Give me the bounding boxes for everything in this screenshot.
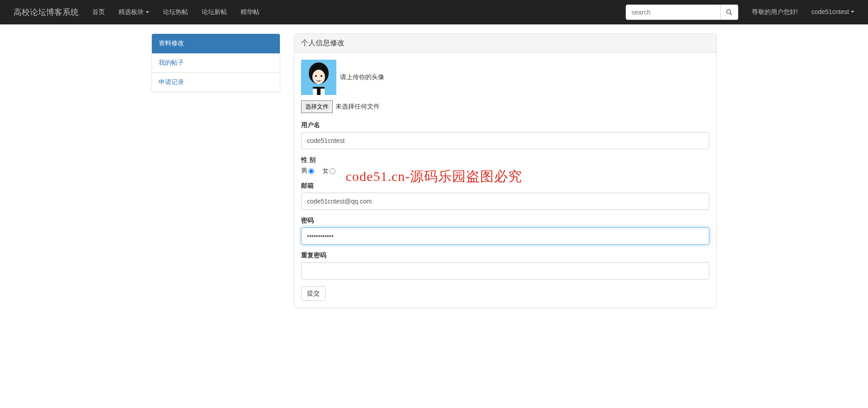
file-status-text: 未选择任何文件 [335,103,380,111]
gender-female-radio[interactable] [330,168,335,174]
nav-new[interactable]: 论坛新帖 [195,1,234,23]
svg-point-5 [315,75,317,77]
gender-label: 性 别 [301,156,709,164]
nav-hot[interactable]: 论坛热帖 [156,1,195,23]
choose-file-button[interactable]: 选择文件 [301,100,333,113]
chevron-down-icon [851,11,854,13]
svg-point-0 [726,9,731,14]
svg-rect-9 [317,89,321,95]
nav-menu: 首页 精选板块 论坛热帖 论坛新帖 精华帖 [85,1,266,23]
svg-point-6 [321,75,322,77]
username-label: 用户名 [301,121,709,129]
gender-male-radio[interactable] [308,168,314,174]
password-input[interactable] [301,228,709,245]
svg-point-4 [312,70,325,84]
avatar-image [301,60,336,95]
nav-greeting[interactable]: 尊敬的用户您好! [745,1,805,23]
gender-female-label: 女 [322,167,329,175]
search-input[interactable] [626,5,721,20]
panel-title: 个人信息修改 [294,34,716,53]
nav-essence[interactable]: 精华帖 [234,1,266,23]
chevron-down-icon [146,11,149,13]
sidebar-item-apply-records[interactable]: 申请记录 [152,73,280,92]
username-input[interactable] [301,132,709,149]
svg-rect-8 [313,87,325,89]
avatar-upload-label: 请上传你的头像 [340,73,384,81]
nav-home[interactable]: 首页 [85,1,112,23]
gender-male-label: 男 [301,167,307,175]
sidebar-menu: 资料修改 我的帖子 申请记录 [151,33,280,92]
top-navbar: 高校论坛博客系统 首页 精选板块 论坛热帖 论坛新帖 精华帖 尊敬的用户您好! … [0,0,868,24]
nav-featured[interactable]: 精选板块 [112,1,156,23]
email-label: 邮箱 [301,182,709,190]
repeat-password-input[interactable] [301,262,709,280]
search-icon [726,9,732,15]
search-form [626,5,738,20]
svg-line-1 [730,13,732,15]
repeat-password-label: 重复密码 [301,251,709,260]
nav-user-dropdown[interactable]: code51cntest [805,1,861,22]
search-button[interactable] [721,5,738,20]
password-label: 密码 [301,217,709,225]
email-input[interactable] [301,193,709,210]
brand-link[interactable]: 高校论坛博客系统 [7,0,85,24]
sidebar-item-my-posts[interactable]: 我的帖子 [152,53,280,73]
sidebar-item-profile-edit[interactable]: 资料修改 [152,34,280,53]
submit-button[interactable]: 提交 [301,286,326,301]
profile-panel: 个人信息修改 [294,33,717,308]
